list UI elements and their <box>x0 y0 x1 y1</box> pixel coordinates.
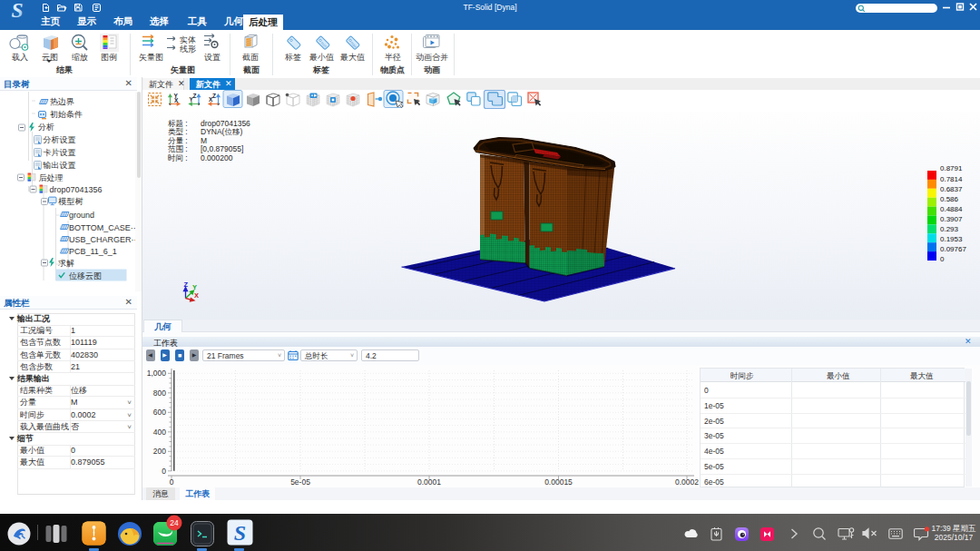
svg-text:[0,0.879055]: [0,0.879055] <box>201 144 243 153</box>
svg-text:初始条件: 初始条件 <box>50 110 83 119</box>
svg-text:DYNA(位移): DYNA(位移) <box>201 127 242 136</box>
svg-text:800: 800 <box>153 389 166 398</box>
svg-text:标题 :: 标题 : <box>168 119 188 128</box>
svg-text:drop07041356: drop07041356 <box>50 185 103 194</box>
svg-text:5e-05: 5e-05 <box>290 477 310 487</box>
svg-text:0: 0 <box>162 467 166 476</box>
svg-text:400: 400 <box>153 428 166 437</box>
svg-text:0.00015: 0.00015 <box>544 477 573 487</box>
svg-text:X: X <box>209 96 213 103</box>
svg-text:1,000: 1,000 <box>147 369 167 378</box>
svg-text:模型树: 模型树 <box>58 197 83 206</box>
svg-text:USB_CHARGER···: USB_CHARGER··· <box>69 235 137 244</box>
svg-text:Z: Z <box>212 93 216 99</box>
svg-text:0.09767: 0.09767 <box>940 245 966 253</box>
svg-text:0.293: 0.293 <box>940 225 959 233</box>
svg-text:drop07041356: drop07041356 <box>201 119 250 128</box>
svg-text:卡片设置: 卡片设置 <box>44 148 76 157</box>
svg-text:600: 600 <box>153 408 166 417</box>
svg-text:X: X <box>194 291 199 300</box>
svg-text:后处理: 后处理 <box>39 173 64 182</box>
svg-text:S: S <box>234 521 246 545</box>
svg-text:X: X <box>174 97 179 103</box>
svg-text:范围 :: 范围 : <box>168 144 188 153</box>
svg-text:M: M <box>201 136 207 145</box>
svg-text:0.586: 0.586 <box>940 195 959 203</box>
svg-text:Y: Y <box>190 96 194 103</box>
svg-text:类型 :: 类型 : <box>168 127 188 136</box>
svg-text:0.000200: 0.000200 <box>201 153 233 162</box>
svg-text:0.7814: 0.7814 <box>940 175 963 183</box>
svg-text:求解: 求解 <box>58 259 74 268</box>
svg-text:PCB_11_6_1: PCB_11_6_1 <box>69 247 117 256</box>
svg-text:ground: ground <box>69 211 94 220</box>
svg-text:0.8791: 0.8791 <box>940 164 963 172</box>
svg-text:分量 :: 分量 : <box>168 136 188 145</box>
svg-text:200: 200 <box>153 447 166 456</box>
svg-text:时间 :: 时间 : <box>168 153 188 162</box>
svg-text:0: 0 <box>170 477 174 487</box>
svg-text:S: S <box>11 0 23 21</box>
svg-text:位移云图: 位移云图 <box>69 271 102 280</box>
svg-text:0: 0 <box>940 255 945 263</box>
svg-text:0.6837: 0.6837 <box>940 185 963 193</box>
svg-text:0.0001: 0.0001 <box>417 477 441 487</box>
svg-text:0.4884: 0.4884 <box>940 205 963 213</box>
svg-text:24: 24 <box>170 518 179 527</box>
svg-text:热边界: 热边界 <box>50 97 74 106</box>
svg-text:分析设置: 分析设置 <box>44 135 76 144</box>
svg-text:0.0002: 0.0002 <box>675 477 699 487</box>
svg-text:Z: Z <box>184 280 189 289</box>
svg-text:输出设置: 输出设置 <box>43 161 76 170</box>
svg-text:BOTTOM_CASE···: BOTTOM_CASE··· <box>69 223 137 232</box>
svg-text:0.1953: 0.1953 <box>940 235 963 243</box>
svg-text:Z: Z <box>193 93 197 99</box>
svg-text:分析: 分析 <box>38 123 54 132</box>
svg-text:0.3907: 0.3907 <box>940 215 963 223</box>
